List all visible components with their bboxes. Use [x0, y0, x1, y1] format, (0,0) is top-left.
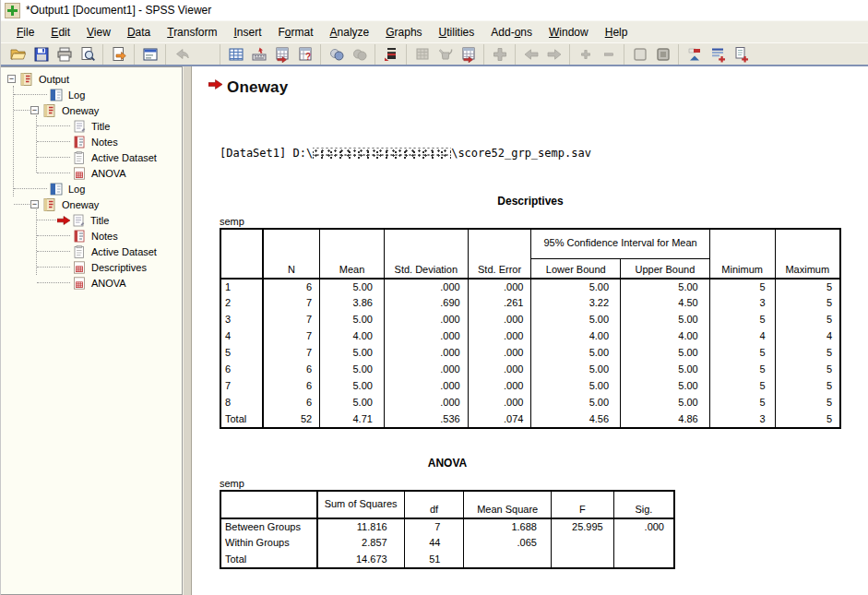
outline-tree-pane[interactable]: −OutputLog−OnewayTitleNotesActive Datase… [1, 66, 183, 595]
descriptives-section: Descriptives semp N Mean Std. Deviation … [220, 195, 841, 429]
open-folder-icon[interactable] [6, 44, 30, 65]
tree-item-label: Title [90, 215, 109, 226]
insert-variable-table-icon[interactable] [270, 44, 293, 65]
row-label-cell: 5 [220, 345, 263, 362]
value-cell: 5 [775, 312, 840, 328]
value-cell: .000 [468, 378, 531, 395]
tree-item-active-dataset[interactable]: Active Dataset [1, 244, 182, 259]
tree-item-active-dataset[interactable]: Active Dataset [1, 149, 182, 165]
tree-item-oneway[interactable]: −Oneway [1, 102, 182, 118]
value-cell: 4.00 [531, 328, 621, 345]
value-cell: .690 [384, 295, 468, 312]
tree-item-anova[interactable]: ANOVA [1, 165, 182, 181]
tree-item-anova[interactable]: ANOVA [1, 275, 182, 291]
tree-item-log[interactable]: Log [1, 87, 182, 102]
menu-insert[interactable]: Insert [225, 23, 269, 42]
pane-splitter[interactable] [183, 66, 192, 595]
table-tool-icon[interactable] [410, 44, 434, 65]
value-cell: 7 [263, 328, 320, 345]
value-cell: 5.00 [531, 378, 621, 395]
menu-help[interactable]: Help [597, 23, 636, 42]
descriptives-table[interactable]: N Mean Std. Deviation Std. Error 95% Con… [220, 228, 841, 429]
menu-data[interactable]: Data [119, 23, 159, 42]
stattable-icon [72, 166, 87, 181]
find-icon[interactable] [325, 44, 348, 65]
value-cell: .074 [468, 411, 531, 428]
value-cell: 3 [709, 295, 775, 312]
goto-output-item-icon[interactable] [457, 44, 480, 65]
demote-minus-icon[interactable] [597, 44, 620, 65]
row-label-cell: 8 [220, 395, 263, 411]
menu-window[interactable]: Window [541, 23, 597, 42]
table-row: 765.00.000.0005.005.0055 [220, 378, 840, 395]
variable-info-icon[interactable]: ? [293, 44, 316, 65]
tree-item-label: ANOVA [91, 168, 126, 179]
value-cell: .536 [384, 411, 468, 428]
tree-item-notes[interactable]: Notes [1, 134, 182, 149]
insert-heading-icon[interactable] [706, 44, 729, 65]
value-cell: 4.50 [621, 295, 710, 312]
value-cell: .000 [468, 279, 531, 295]
run-script-icon[interactable] [379, 44, 402, 65]
navigate-forward-icon[interactable] [542, 44, 565, 65]
goto-case-keyboard-icon[interactable] [247, 44, 270, 65]
tree-expander-icon[interactable]: − [30, 106, 39, 114]
show-item-icon[interactable] [628, 44, 651, 65]
menu-format[interactable]: Format [270, 23, 322, 42]
tree-item-notes[interactable]: Notes [1, 228, 182, 244]
printer-icon[interactable] [53, 44, 76, 65]
tree-item-output[interactable]: −Output [1, 71, 182, 87]
value-cell: 5.00 [531, 312, 621, 328]
value-cell: .000 [468, 312, 531, 328]
hide-item-icon[interactable] [651, 44, 674, 65]
value-cell: .000 [384, 378, 468, 395]
export-output-icon[interactable] [107, 44, 130, 65]
recall-dialog-icon[interactable] [138, 44, 161, 65]
row-label-cell: 1 [220, 279, 263, 295]
value-cell: 3.86 [320, 295, 385, 312]
tree-item-oneway[interactable]: −Oneway [1, 196, 182, 212]
value-cell: 7 [263, 345, 320, 362]
tree-item-title[interactable]: Title [1, 118, 182, 134]
output-content-pane[interactable]: Oneway [DataSet1] D:\\score52_grp_semp.s… [192, 66, 868, 595]
menu-view[interactable]: View [78, 23, 119, 42]
tree-expander-icon[interactable]: − [7, 75, 16, 83]
value-cell: 6 [263, 378, 320, 395]
dataset-path-suffix: \score52_grp_semp.sav [451, 147, 591, 160]
value-cell: 5.00 [621, 312, 710, 328]
value-cell: 5 [709, 345, 775, 362]
menu-add-ons[interactable]: Add-ons [482, 23, 541, 42]
value-cell: .261 [468, 295, 531, 312]
tree-item-log[interactable]: Log [1, 181, 182, 196]
tree-item-title[interactable]: Title [1, 212, 182, 228]
menu-transform[interactable]: Transform [159, 23, 225, 42]
use-sets-icon[interactable] [348, 44, 371, 65]
menu-edit[interactable]: Edit [42, 23, 78, 42]
book-icon [19, 72, 34, 87]
goto-data-grid-icon[interactable] [224, 44, 247, 65]
insert-break-cross-icon[interactable] [488, 44, 511, 65]
value-cell: 25.995 [551, 518, 613, 535]
promote-plus-icon[interactable] [574, 44, 597, 65]
collapse-promote-icon[interactable] [683, 44, 706, 65]
redo-icon[interactable] [193, 44, 216, 65]
undo-icon[interactable] [170, 44, 193, 65]
navigate-back-icon[interactable] [519, 44, 542, 65]
insert-text-icon[interactable] [729, 44, 752, 65]
spss-viewer-window: *Output1 [Document1] - SPSS Viewer FileE… [0, 0, 868, 595]
value-cell [613, 552, 674, 568]
save-icon[interactable] [30, 44, 53, 65]
menu-analyze[interactable]: Analyze [322, 23, 378, 42]
anova-table[interactable]: Sum of Squares df Mean Square F Sig. Bet… [220, 490, 675, 569]
menu-graphs[interactable]: Graphs [377, 23, 430, 42]
log-icon [49, 88, 64, 102]
value-cell: 5 [709, 279, 775, 295]
designate-window-icon[interactable] [434, 44, 457, 65]
menu-utilities[interactable]: Utilities [431, 23, 483, 42]
menu-file[interactable]: File [8, 23, 42, 42]
ci-span-header: 95% Confidence Interval for Mean [531, 229, 709, 258]
tree-expander-icon[interactable]: − [30, 200, 39, 208]
print-preview-icon[interactable] [76, 44, 99, 65]
tree-item-descriptives[interactable]: Descriptives [1, 259, 182, 275]
column-header: F [551, 491, 613, 518]
